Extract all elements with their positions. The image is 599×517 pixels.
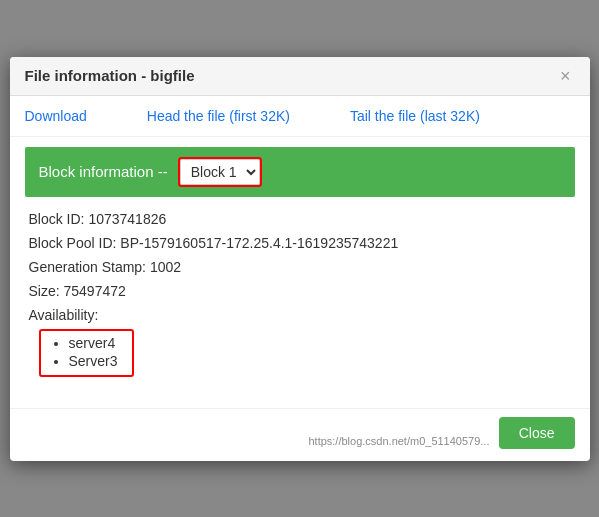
modal-nav: Download Head the file (first 32K) Tail … [10, 96, 590, 137]
generation-stamp-row: Generation Stamp: 1002 [29, 259, 571, 275]
download-link[interactable]: Download [25, 108, 87, 124]
block-select-wrapper: Block 1 Block 2 [178, 157, 262, 187]
block-select[interactable]: Block 1 Block 2 [180, 159, 260, 185]
info-section: Block ID: 1073741826 Block Pool ID: BP-1… [25, 211, 575, 377]
modal: File information - bigfile × Download He… [10, 57, 590, 461]
server-list: server4 Server3 [51, 335, 118, 369]
block-info-header: Block information -- Block 1 Block 2 [25, 147, 575, 197]
footer-url: https://blog.csdn.net/m0_51140579... [308, 435, 489, 447]
modal-title: File information - bigfile [25, 67, 195, 84]
head-file-link[interactable]: Head the file (first 32K) [147, 108, 290, 124]
modal-footer: https://blog.csdn.net/m0_51140579... Clo… [10, 408, 590, 461]
tail-file-link[interactable]: Tail the file (last 32K) [350, 108, 480, 124]
block-info-label: Block information -- [39, 163, 168, 180]
availability-section: Availability: server4 Server3 [29, 307, 571, 377]
modal-header: File information - bigfile × [10, 57, 590, 96]
list-item: Server3 [69, 353, 118, 369]
availability-label: Availability: [29, 307, 571, 323]
block-pool-id-row: Block Pool ID: BP-1579160517-172.25.4.1-… [29, 235, 571, 251]
list-item: server4 [69, 335, 118, 351]
block-id-row: Block ID: 1073741826 [29, 211, 571, 227]
close-x-button[interactable]: × [556, 67, 575, 85]
modal-overlay: File information - bigfile × Download He… [0, 0, 599, 517]
server-list-wrapper: server4 Server3 [39, 329, 134, 377]
close-button[interactable]: Close [499, 417, 575, 449]
size-row: Size: 75497472 [29, 283, 571, 299]
modal-body: Block information -- Block 1 Block 2 Blo… [10, 137, 590, 398]
